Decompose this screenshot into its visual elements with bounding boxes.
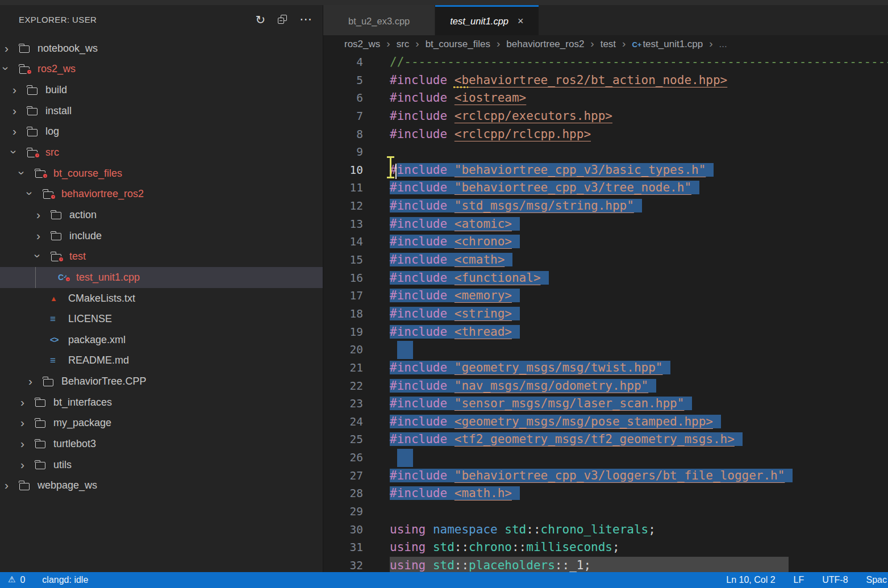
code-line-18[interactable]: 18#include <string>: [323, 305, 888, 323]
code-line-22[interactable]: 22#include "nav_msgs/msg/odometry.hpp": [323, 377, 888, 395]
line-number[interactable]: 28: [323, 485, 363, 503]
breadcrumb-item-[interactable]: ...: [719, 39, 727, 50]
line-number[interactable]: 31: [323, 539, 363, 557]
code-line-30[interactable]: 30using namespace std::chrono_literals;: [323, 521, 888, 539]
tree-item-include[interactable]: ›include: [0, 226, 323, 247]
tree-item-webpage-ws[interactable]: ›webpage_ws: [0, 475, 323, 496]
tree-item-log[interactable]: ›log: [0, 122, 323, 143]
tree-item-ros2-ws[interactable]: ›ros2_ws: [0, 59, 323, 80]
tree-item-install[interactable]: ›install: [0, 101, 323, 122]
code-line-31[interactable]: 31using std::chrono::milliseconds;: [323, 539, 888, 557]
code-line-14[interactable]: 14#include <chrono>: [323, 233, 888, 251]
tree-item-action[interactable]: ›action: [0, 205, 323, 226]
line-number[interactable]: 5: [323, 72, 363, 90]
code-line-5[interactable]: 5#include <behaviortree_ros2/bt_action_n…: [323, 72, 888, 90]
code-line-21[interactable]: 21#include "geometry_msgs/msg/twist.hpp": [323, 359, 888, 377]
tree-item-bt-course-files[interactable]: ›bt_course_files: [0, 163, 323, 184]
chevron-collapsed-icon[interactable]: ›: [20, 397, 35, 408]
code-line-29[interactable]: 29: [323, 503, 888, 521]
code-line-7[interactable]: 7#include <rclcpp/executors.hpp>: [323, 107, 888, 126]
chevron-expanded-icon[interactable]: ›: [5, 63, 19, 75]
line-number[interactable]: 29: [323, 503, 363, 521]
line-number[interactable]: 18: [323, 305, 363, 323]
line-number[interactable]: 15: [323, 251, 363, 269]
tab-bt-u2-ex3-cpp[interactable]: bt_u2_ex3.cpp: [323, 5, 435, 35]
status-spac[interactable]: Spac: [866, 575, 887, 585]
clangd-status[interactable]: clangd: idle: [42, 575, 88, 585]
code-line-28[interactable]: 28#include <math.h>: [323, 485, 888, 503]
tree-item-behaviortree-ros2[interactable]: ›behaviortree_ros2: [0, 184, 323, 205]
status-ln-10-col-2[interactable]: Ln 10, Col 2: [726, 575, 775, 585]
tree-item-test[interactable]: ›test: [0, 246, 323, 267]
status-lf[interactable]: LF: [794, 575, 804, 585]
tree-item-notebook-ws[interactable]: ›notebook_ws: [0, 38, 323, 59]
line-number[interactable]: 9: [323, 143, 363, 161]
chevron-collapsed-icon[interactable]: ›: [5, 479, 19, 491]
code-line-17[interactable]: 17#include <memory>: [323, 287, 888, 305]
problems-status[interactable]: ⚠ 0: [8, 575, 25, 585]
code-line-9[interactable]: 9: [323, 143, 888, 161]
tree-item-readme-md[interactable]: ≡README.md: [0, 351, 323, 372]
line-number[interactable]: 12: [323, 197, 363, 215]
code-line-10[interactable]: 10#include "behaviortree_cpp_v3/basic_ty…: [323, 161, 888, 180]
close-icon[interactable]: ×: [518, 15, 524, 27]
line-number[interactable]: 7: [323, 107, 363, 126]
breadcrumb-item-src[interactable]: src: [397, 39, 410, 50]
code-editor[interactable]: 4//-------------------------------------…: [323, 53, 888, 572]
chevron-expanded-icon[interactable]: ›: [12, 147, 27, 159]
code-line-26[interactable]: 26: [323, 449, 888, 467]
chevron-collapsed-icon[interactable]: ›: [20, 417, 35, 429]
line-number[interactable]: 30: [323, 521, 363, 539]
line-number[interactable]: 20: [323, 341, 363, 359]
tree-item-package-xml[interactable]: <>package.xml: [0, 330, 323, 351]
line-number[interactable]: 13: [323, 215, 363, 233]
code-line-25[interactable]: 25#include <tf2_geometry_msgs/tf2_geomet…: [323, 431, 888, 449]
line-number[interactable]: 19: [323, 323, 363, 341]
chevron-expanded-icon[interactable]: ›: [28, 188, 43, 200]
chevron-collapsed-icon[interactable]: ›: [36, 230, 51, 242]
line-number[interactable]: 22: [323, 377, 363, 395]
chevron-expanded-icon[interactable]: ›: [20, 168, 35, 180]
line-number[interactable]: 32: [323, 557, 363, 572]
tree-item-bt-interfaces[interactable]: ›bt_interfaces: [0, 392, 323, 413]
line-number[interactable]: 11: [323, 179, 363, 197]
tree-item-build[interactable]: ›build: [0, 80, 323, 101]
line-number[interactable]: 4: [323, 53, 363, 72]
tree-item-cmakelists-txt[interactable]: ▲CMakeLists.txt: [0, 288, 323, 309]
line-number[interactable]: 8: [323, 126, 363, 144]
chevron-collapsed-icon[interactable]: ›: [12, 105, 27, 117]
chevron-collapsed-icon[interactable]: ›: [28, 376, 43, 387]
breadcrumb-item-ros2-ws[interactable]: ros2_ws: [344, 39, 380, 50]
code-line-8[interactable]: 8#include <rclcpp/rclcpp.hpp>: [323, 126, 888, 144]
code-line-12[interactable]: 12#include "std_msgs/msg/string.hpp": [323, 197, 888, 215]
code-line-27[interactable]: 27#include "behaviortree_cpp_v3/loggers/…: [323, 467, 888, 485]
code-line-23[interactable]: 23#include "sensor_msgs/msg/laser_scan.h…: [323, 395, 888, 413]
line-number[interactable]: 26: [323, 449, 363, 467]
code-line-16[interactable]: 16#include <functional>: [323, 269, 888, 287]
code-line-11[interactable]: 11#include "behaviortree_cpp_v3/tree_nod…: [323, 179, 888, 197]
tree-item-test-unit1-cpp[interactable]: C+test_unit1.cpp: [0, 267, 323, 288]
line-number[interactable]: 24: [323, 413, 363, 431]
code-line-24[interactable]: 24#include <geometry_msgs/msg/pose_stamp…: [323, 413, 888, 431]
chevron-collapsed-icon[interactable]: ›: [20, 459, 35, 471]
tree-item-behaviortree-cpp[interactable]: ›BehaviorTree.CPP: [0, 371, 323, 392]
tree-item-my-package[interactable]: ›my_package: [0, 413, 323, 434]
tab-test-unit1-cpp[interactable]: test_unit1.cpp×: [435, 5, 538, 35]
line-number[interactable]: 6: [323, 89, 363, 107]
line-number[interactable]: 14: [323, 233, 363, 251]
more-actions-icon[interactable]: ⋯: [299, 13, 312, 26]
line-number[interactable]: 17: [323, 287, 363, 305]
line-number[interactable]: 25: [323, 431, 363, 449]
status-utf-8[interactable]: UTF-8: [822, 575, 848, 585]
breadcrumb-item-bt-course-files[interactable]: bt_course_files: [426, 39, 490, 50]
chevron-collapsed-icon[interactable]: ›: [12, 84, 27, 96]
chevron-collapsed-icon[interactable]: ›: [12, 126, 27, 137]
code-line-6[interactable]: 6#include <iostream>: [323, 89, 888, 107]
chevron-collapsed-icon[interactable]: ›: [36, 209, 51, 221]
code-line-4[interactable]: 4//-------------------------------------…: [323, 53, 888, 72]
refresh-explorer-icon[interactable]: ↻: [255, 14, 265, 26]
line-number[interactable]: 10: [323, 161, 363, 180]
tree-item-license[interactable]: ≡LICENSE: [0, 308, 323, 330]
line-number[interactable]: 16: [323, 269, 363, 287]
line-number[interactable]: 27: [323, 467, 363, 485]
